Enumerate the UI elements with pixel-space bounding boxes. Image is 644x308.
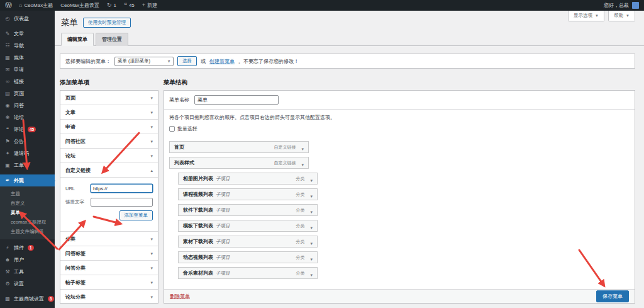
wordpress-logo-icon[interactable]: Ⓦ: [0, 0, 15, 11]
tab-edit-menus[interactable]: 编辑菜单: [61, 33, 94, 46]
menu-item-bar[interactable]: 首页 自定义链接: [169, 141, 309, 153]
chevron-toggle-icon: [150, 294, 153, 300]
menu-select[interactable]: 菜单 (顶部菜单) ∨: [114, 57, 174, 66]
sidebar-item-label: 链接: [14, 78, 24, 85]
accordion-section[interactable]: 申请: [60, 120, 158, 134]
menu-item-bar[interactable]: 列表样式 自定义链接: [169, 157, 309, 169]
admin-bar: Ⓦ ⌂ CeoMax主题 CeoMax主题设置 ↻ 1 ❝ 45 + 新建 您好…: [0, 0, 644, 11]
chevron-toggle-icon: [150, 95, 153, 101]
sidebar-item[interactable]: ✉ 申请: [0, 64, 55, 76]
menu-item-bar[interactable]: 音乐素材列表 子项目 分类: [178, 267, 318, 279]
sidebar-item[interactable]: ✒ 外观: [0, 174, 55, 186]
adminbar-site-link[interactable]: ⌂ CeoMax主题: [15, 0, 57, 11]
menu-item-bar[interactable]: 动态视频列表 子项目 分类: [178, 251, 318, 263]
sidebar-subitem[interactable]: 主题文件编辑器: [0, 227, 55, 236]
adminbar-updates[interactable]: ↻ 1: [103, 0, 120, 11]
sidebar-item[interactable]: ✦ 邀请码: [0, 147, 55, 159]
chevron-down-icon[interactable]: [301, 142, 304, 153]
menu-item-bar[interactable]: 相册图片列表 子项目 分类: [178, 173, 318, 185]
sidebar-subitem[interactable]: 主题: [0, 189, 55, 198]
sidebar-item-icon: ⚒: [4, 269, 11, 275]
live-preview-button[interactable]: 使用实时预览管理: [83, 18, 131, 28]
sidebar-item[interactable]: ◉ 问答: [0, 100, 55, 111]
menu-item-bar[interactable]: 模板下载列表 子项目 分类: [178, 220, 318, 232]
screen-options-button[interactable]: 显示选项 ▼: [568, 11, 604, 21]
menu-item-bar[interactable]: 素材下载列表 子项目 分类: [178, 236, 318, 248]
sidebar-item[interactable]: ☻ 用户: [0, 254, 55, 266]
chevron-toggle-icon: [150, 251, 153, 256]
sidebar-item[interactable]: ▦ 媒体: [0, 52, 55, 64]
sidebar-item-label: 评论: [14, 126, 24, 133]
sidebar-item[interactable]: ⚑ 公告: [0, 135, 55, 147]
accordion-section[interactable]: 问答社区: [60, 134, 158, 149]
sidebar-item[interactable]: ◔ 商城数据统计: [0, 305, 55, 308]
create-menu-link[interactable]: 创建新菜单: [209, 58, 235, 65]
accordion-section[interactable]: 自定义链接: [60, 163, 158, 178]
count-badge: 45: [28, 127, 36, 132]
select-menu-button[interactable]: 选择: [177, 56, 197, 66]
sidebar-item[interactable]: ◴ 仪表盘: [0, 13, 55, 25]
chevron-down-icon[interactable]: [310, 252, 313, 263]
help-button[interactable]: 帮助 ▼: [608, 11, 635, 21]
accordion-section[interactable]: 分类: [60, 232, 158, 246]
menu-item-label: 列表样式: [174, 159, 194, 166]
sidebar-subitem[interactable]: ceomax主题授权: [0, 217, 55, 227]
url-input[interactable]: [91, 184, 153, 193]
sidebar-subitem[interactable]: 菜单: [0, 208, 55, 217]
menu-item-subitem-tag: 子项目: [216, 270, 230, 277]
menu-item-subitem-tag: 子项目: [216, 176, 230, 182]
accordion-section[interactable]: 论坛分类: [60, 290, 158, 304]
sidebar-item-label: 主题商城设置: [14, 295, 44, 302]
tab-manage-locations[interactable]: 管理位置: [96, 33, 128, 46]
sidebar-item[interactable]: ☷ 导航: [0, 40, 55, 52]
accordion-section[interactable]: 文章: [60, 105, 158, 120]
delete-menu-link[interactable]: 删除菜单: [170, 293, 190, 300]
menu-item-subitem-tag: 子项目: [216, 207, 230, 214]
adminbar-theme-settings-link[interactable]: CeoMax主题设置: [57, 0, 103, 11]
sidebar-item[interactable]: ▤ 页面: [0, 88, 55, 100]
link-text-input[interactable]: [91, 198, 153, 207]
accordion-section[interactable]: 页面: [60, 91, 158, 105]
sidebar-item[interactable]: ▣ 工单: [0, 159, 55, 171]
appearance-submenu: 主题 自定义 菜单 ceomax主题授权 主题文件编辑器: [0, 186, 55, 239]
sidebar-item-icon: ☻: [4, 257, 11, 263]
sidebar-item[interactable]: ∞ 链接: [0, 76, 55, 88]
chevron-down-icon[interactable]: [310, 220, 313, 232]
accordion-section[interactable]: 帖子标签: [60, 275, 158, 290]
accordion-section[interactable]: 问答分类: [60, 261, 158, 275]
avatar[interactable]: [632, 2, 639, 9]
adminbar-new[interactable]: + 新建: [138, 0, 161, 11]
chevron-down-icon[interactable]: [310, 189, 313, 200]
greeting-text[interactable]: 您好，总裁: [604, 2, 629, 9]
menu-item-bar[interactable]: 软件下载列表 子项目 分类: [178, 204, 318, 216]
sidebar-item-label: 工单: [14, 162, 24, 169]
accordion-section[interactable]: 问答标签: [60, 246, 158, 261]
sidebar-item[interactable]: ❝ 评论 45: [0, 123, 55, 135]
adminbar-comments[interactable]: ❝ 45: [120, 0, 138, 11]
accordion-section[interactable]: 论坛: [60, 149, 158, 163]
sidebar-menu-top: ◴ 仪表盘 ✎ 文章 ☷ 导航 ▦ 媒体 ✉: [0, 13, 55, 186]
sidebar-subitem[interactable]: 自定义: [0, 198, 55, 208]
sidebar-item[interactable]: ✎ 文章: [0, 28, 55, 40]
sidebar-item-label: 邀请码: [14, 150, 29, 157]
chevron-down-icon[interactable]: [310, 268, 313, 279]
bulk-select-checkbox[interactable]: [169, 126, 175, 132]
chevron-down-icon[interactable]: [310, 173, 313, 185]
menu-name-input[interactable]: [194, 95, 279, 105]
sidebar-item[interactable]: ❋ 论坛: [0, 111, 55, 123]
bulk-select-control[interactable]: 批量选择: [169, 125, 635, 132]
menu-item-bar[interactable]: 课程视频列表 子项目 分类: [178, 188, 318, 200]
chevron-down-icon[interactable]: [310, 205, 313, 216]
sidebar-item-icon: ❝: [4, 127, 11, 132]
add-to-menu-button[interactable]: 添加至菜单: [119, 210, 153, 220]
sidebar-item[interactable]: ⚒ 工具: [0, 266, 55, 278]
sidebar-item-label: 公告: [14, 138, 24, 145]
menu-item-label: 软件下载列表: [183, 207, 213, 214]
chevron-down-icon[interactable]: [301, 157, 304, 169]
chevron-down-icon[interactable]: [310, 236, 313, 248]
sidebar-item[interactable]: ⚙ 设置: [0, 278, 55, 290]
sidebar-item-label: 论坛: [14, 114, 24, 121]
sidebar-item[interactable]: ⚡ 插件 1: [0, 242, 55, 254]
sidebar-item[interactable]: ▩ 主题商城设置 8: [0, 293, 55, 305]
save-menu-button[interactable]: 保存菜单: [596, 290, 629, 302]
